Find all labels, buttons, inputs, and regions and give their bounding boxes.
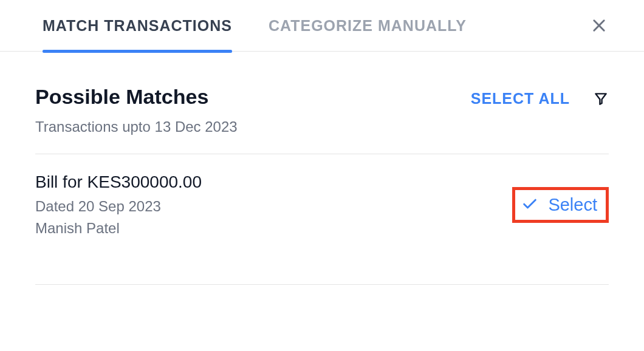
match-item-title: Bill for KES300000.00: [35, 172, 202, 192]
close-button[interactable]: [591, 17, 608, 34]
select-button[interactable]: Select: [512, 187, 609, 223]
page-subtitle: Transactions upto 13 Dec 2023: [35, 118, 238, 135]
content-area: Possible Matches Transactions upto 13 De…: [0, 52, 644, 285]
header-row: Possible Matches Transactions upto 13 De…: [35, 85, 609, 135]
tab-bar: MATCH TRANSACTIONS CATEGORIZE MANUALLY: [0, 0, 644, 52]
page-title: Possible Matches: [35, 85, 238, 109]
header-left: Possible Matches Transactions upto 13 De…: [35, 85, 238, 135]
match-item-person: Manish Patel: [35, 220, 202, 237]
match-item-date: Dated 20 Sep 2023: [35, 198, 202, 215]
select-button-label: Select: [548, 195, 597, 215]
tab-categorize-manually[interactable]: CATEGORIZE MANUALLY: [269, 0, 467, 52]
filter-button[interactable]: [593, 91, 609, 107]
match-item-details: Bill for KES300000.00 Dated 20 Sep 2023 …: [35, 172, 202, 237]
match-item: Bill for KES300000.00 Dated 20 Sep 2023 …: [35, 154, 609, 285]
filter-icon: [593, 91, 609, 107]
close-icon: [591, 17, 608, 34]
select-all-button[interactable]: SELECT ALL: [471, 90, 570, 107]
check-icon: [521, 195, 538, 214]
tab-match-transactions[interactable]: MATCH TRANSACTIONS: [43, 0, 232, 52]
header-right: SELECT ALL: [471, 85, 609, 107]
